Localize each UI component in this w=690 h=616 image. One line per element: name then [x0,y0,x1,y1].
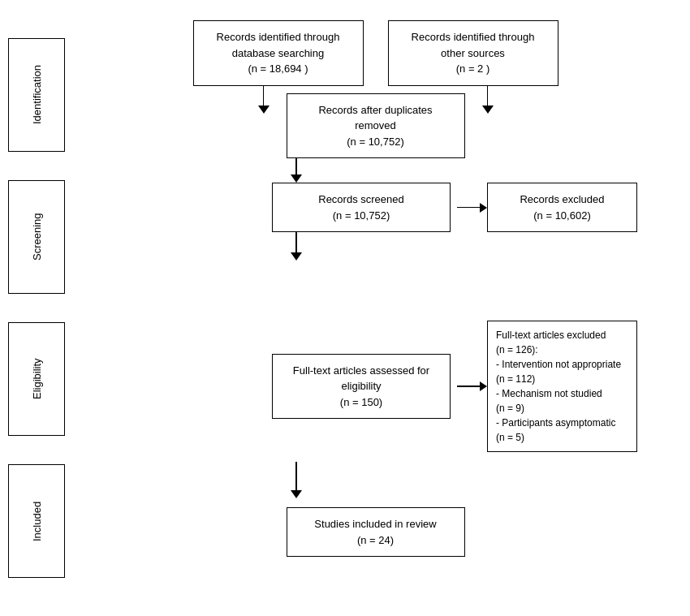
phase-labels: Identification Screening Eligibility Inc… [8,8,65,608]
fte-line4: (n = 112) [496,373,535,385]
after-duplicates-box: Records after duplicates removed (n = 10… [287,93,465,159]
left-arrow-down [258,86,270,114]
db-search-text-line2: (n = 18,694 ) [248,62,308,75]
records-excluded-box: Records excluded (n = 10,602) [487,183,637,232]
screening-label: Screening [8,180,65,294]
other-sources-text-line1: Records identified through other sources [412,31,535,59]
eligibility-row: Full-text articles assessed for eligibil… [77,321,674,452]
arrow-to-eligibility [291,232,302,261]
arrow-to-included [291,452,302,507]
fte-line6: (n = 9) [496,403,524,414]
included-label: Included [8,464,65,578]
fte-line5: - Mechanism not studied [496,388,602,399]
fulltext-assessed-box: Full-text articles assessed for eligibil… [272,354,451,420]
right-arrow-down [482,86,494,114]
fte-line8: (n = 5) [496,432,524,443]
screened-line2: (n = 10,752) [333,209,390,222]
included-line2: (n = 24) [357,534,394,546]
merge-arrows-container [77,86,674,93]
after-dup-line2: (n = 10,752) [347,136,403,148]
records-screened-box: Records screened (n = 10,752) [272,183,451,232]
prisma-diagram: Identification Screening Eligibility Inc… [0,0,690,616]
other-sources-box: Records identified through other sources… [388,20,558,86]
excluded-line1: Records excluded [520,193,604,205]
studies-included-box: Studies included in review (n = 24) [287,507,465,557]
fte-line3: - Intervention not appropriate [496,359,621,370]
flow-area: Records identified through database sear… [65,8,682,608]
screening-section: Records screened (n = 10,752) Records ex… [77,183,674,321]
top-boxes-row: Records identified through database sear… [77,20,674,86]
included-box-row: Studies included in review (n = 24) [77,507,674,557]
arrow-to-screening [0,158,674,183]
screening-row: Records screened (n = 10,752) Records ex… [77,183,674,232]
fte-line1: Full-text articles excluded [496,330,606,341]
after-duplicates-row: Records after duplicates removed (n = 10… [77,93,674,159]
fulltext-excluded-box: Full-text articles excluded (n = 126): -… [487,321,637,452]
after-dup-line1: Records after duplicates removed [318,104,432,132]
fte-line2: (n = 126): [496,344,538,355]
db-search-text-line1: Records identified through database sear… [217,31,340,59]
other-sources-text-line2: (n = 2 ) [456,62,490,75]
fulltext-line1: Full-text articles assessed for eligibil… [293,364,429,393]
screened-line1: Records screened [318,193,404,205]
db-search-box: Records identified through database sear… [193,20,364,86]
included-section: Studies included in review (n = 24) [77,507,674,600]
arrow-to-excluded [457,203,487,213]
excluded-line2: (n = 10,602) [533,209,590,222]
arrow-to-fulltext-excluded [457,381,487,391]
included-line1: Studies included in review [314,518,436,530]
eligibility-section: Full-text articles assessed for eligibil… [77,321,674,507]
eligibility-label: Eligibility [8,322,65,436]
fte-line7: - Participants asymptomatic [496,417,615,429]
identification-label: Identification [8,38,65,152]
identification-section: Records identified through database sear… [77,16,674,158]
fulltext-line2: (n = 150) [340,396,382,408]
